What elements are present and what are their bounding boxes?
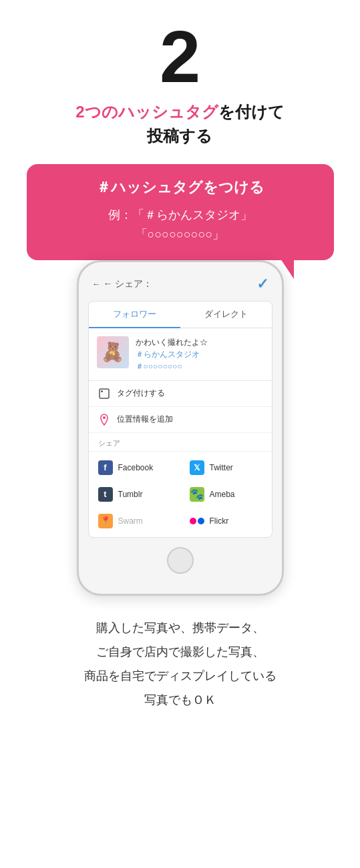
tag-icon	[98, 388, 110, 400]
twitter-icon: 𝕏	[190, 460, 204, 475]
tumblr-label: Tumblr	[118, 490, 143, 499]
step-title-highlight: 2つの	[75, 103, 118, 121]
ameba-icon: 🐾	[190, 487, 204, 502]
share-swarm[interactable]: 📍 Swarm	[89, 508, 180, 534]
phone-wrapper: ← ← シェア： ✓ フォロワー ダイレクト 🧸 かわいく撮れたよ☆ ＃らかんス…	[13, 260, 347, 596]
share-tumblr[interactable]: t Tumblr	[89, 481, 180, 508]
phone-tabs: フォロワー ダイレクト	[89, 302, 272, 328]
share-grid: f Facebook 𝕏 Twitter t Tumblr 🐾 Ameba	[89, 452, 272, 537]
tag-action-label: タグ付けする	[117, 388, 165, 399]
twitter-label: Twitter	[210, 463, 233, 472]
svg-rect-0	[100, 389, 109, 398]
bottom-description: 購入した写真や、携帯データ、 ご自身で店内で撮影した写真、 商品を自宅でディスプ…	[84, 616, 277, 712]
bubble-example-line2: 「○○○○○○○○○」	[136, 228, 225, 241]
tumblr-icon: t	[98, 487, 113, 502]
share-ameba[interactable]: 🐾 Ameba	[180, 481, 272, 508]
avatar: 🧸	[97, 336, 129, 368]
location-action[interactable]: 位置情報を追加	[89, 407, 272, 433]
bubble-example-line1: 例：「＃らかんスタジオ」	[108, 208, 252, 222]
swarm-label: Swarm	[118, 516, 143, 526]
facebook-label: Facebook	[118, 463, 154, 472]
step-title-highlight-word: ハッシュタグ	[118, 103, 218, 121]
step-title: 2つのハッシュタグを付けて投稿する	[75, 100, 284, 148]
flickr-icon	[190, 518, 204, 524]
bubble-example: 例：「＃らかんスタジオ」 「○○○○○○○○○」	[45, 205, 315, 244]
phone-actions: タグ付けする 位置情報を追加	[89, 381, 272, 433]
avatar-image: 🧸	[101, 341, 124, 363]
phone-screen: フォロワー ダイレクト 🧸 かわいく撮れたよ☆ ＃らかんスタジオ ＃○○○○○○…	[88, 301, 273, 538]
phone-mockup: ← ← シェア： ✓ フォロワー ダイレクト 🧸 かわいく撮れたよ☆ ＃らかんス…	[77, 260, 284, 596]
share-facebook[interactable]: f Facebook	[89, 454, 180, 481]
tag-action[interactable]: タグ付けする	[89, 381, 272, 407]
phone-back-button[interactable]: ← ← シェア：	[92, 278, 153, 290]
phone-top-bar: ← ← シェア： ✓	[85, 276, 275, 301]
check-icon[interactable]: ✓	[256, 276, 268, 293]
ameba-label: Ameba	[210, 490, 235, 499]
post-text-line1: かわいく撮れたよ☆	[136, 336, 264, 348]
phone-post-area: 🧸 かわいく撮れたよ☆ ＃らかんスタジオ ＃○○○○○○○○	[89, 328, 272, 381]
facebook-icon: f	[98, 460, 113, 475]
tab-followers[interactable]: フォロワー	[89, 302, 180, 328]
share-twitter[interactable]: 𝕏 Twitter	[180, 454, 272, 481]
share-section-label: シェア	[89, 433, 272, 452]
phone-home-button[interactable]	[167, 547, 194, 574]
swarm-icon: 📍	[98, 514, 113, 528]
svg-point-2	[103, 416, 106, 419]
back-arrow-icon: ←	[92, 279, 101, 289]
share-label-header: ← シェア：	[104, 278, 153, 290]
speech-bubble: ＃ハッシュタグをつける 例：「＃らかんスタジオ」 「○○○○○○○○○」	[27, 164, 334, 260]
post-hashtag1: ＃らかんスタジオ	[136, 348, 264, 360]
svg-point-1	[101, 390, 103, 392]
flickr-label: Flickr	[210, 516, 229, 526]
share-flickr[interactable]: Flickr	[180, 508, 272, 534]
location-icon	[98, 414, 110, 426]
step-number: 2	[160, 20, 200, 93]
tab-direct[interactable]: ダイレクト	[180, 302, 272, 328]
bubble-title: ＃ハッシュタグをつける	[45, 177, 315, 197]
post-hashtag2: ＃○○○○○○○○	[136, 360, 264, 372]
location-action-label: 位置情報を追加	[117, 414, 173, 425]
phone-post-text: かわいく撮れたよ☆ ＃らかんスタジオ ＃○○○○○○○○	[136, 336, 264, 372]
